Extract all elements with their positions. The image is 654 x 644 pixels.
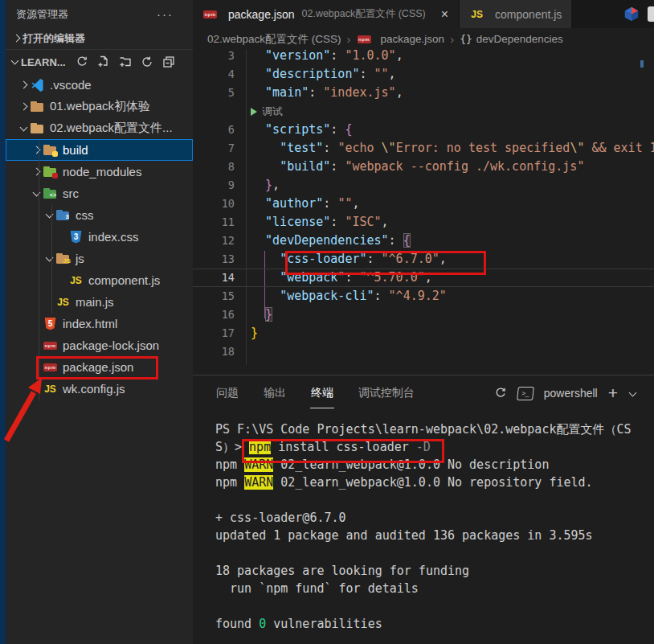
- code-line-10[interactable]: 10 "author": "",: [193, 195, 654, 213]
- breadcrumb-item-devdependencies[interactable]: {}devDependencies: [460, 33, 563, 45]
- line-number[interactable]: 11: [193, 213, 235, 232]
- editor-action-cube-icon[interactable]: [623, 6, 640, 23]
- line-content: "author": "",: [235, 195, 359, 213]
- line-number[interactable]: 17: [193, 324, 235, 343]
- line-content: "webpack-cli": "^4.9.2": [235, 287, 447, 306]
- terminal[interactable]: PS F:\VS Code Projects\learn-webpack\02.…: [193, 411, 654, 633]
- tree-item-index-css[interactable]: 3index.css: [6, 226, 193, 248]
- code-line-9[interactable]: 9 },: [193, 176, 654, 195]
- tree-item-02-webpack[interactable]: 02.webpack配置文件...: [6, 117, 193, 139]
- tree-item-node-modules[interactable]: node_modules: [6, 161, 193, 183]
- folder-icon: [30, 100, 45, 113]
- panel-tab-item[interactable]: 问题: [215, 383, 239, 404]
- line-number[interactable]: 9: [193, 176, 235, 195]
- code-line-6[interactable]: 6 "scripts": {: [193, 121, 654, 139]
- line-number[interactable]: 16: [193, 306, 235, 324]
- chevron-down-icon[interactable]: [628, 388, 638, 398]
- collapse-all-icon[interactable]: [162, 55, 175, 68]
- tree-item-main-js[interactable]: JSmain.js: [6, 291, 193, 313]
- tree-item-label: wk.config.js: [63, 382, 125, 396]
- line-number[interactable]: 14: [193, 269, 235, 287]
- line-number[interactable]: 13: [193, 250, 235, 269]
- tree-item-index-html[interactable]: 5index.html: [6, 313, 193, 334]
- breadcrumb-item-02-webpack-css[interactable]: 02.webpack配置文件 (CSS): [207, 32, 341, 47]
- close-icon[interactable]: ×: [441, 7, 448, 22]
- tree-item-build[interactable]: build: [6, 139, 193, 161]
- tree-item-wk-config-js[interactable]: JSwk.config.js: [6, 378, 193, 400]
- tree-item-css[interactable]: 3css: [6, 204, 193, 226]
- code-line-4[interactable]: 4 "description": "",: [193, 65, 654, 84]
- tree-item-package-lock-json[interactable]: npmpackage-lock.json: [6, 334, 193, 356]
- line-number[interactable]: 8: [193, 158, 235, 176]
- code-line-15[interactable]: 15 "webpack-cli": "^4.9.2": [193, 287, 654, 306]
- refresh-terminal-icon[interactable]: [494, 387, 507, 400]
- code-line-3[interactable]: 3 "version": "1.0.0",: [193, 50, 654, 65]
- workspace-section-header[interactable]: LEARN...: [6, 49, 193, 74]
- line-content: }: [235, 324, 258, 343]
- new-terminal-icon[interactable]: +: [608, 387, 618, 400]
- line-number[interactable]: 4: [193, 65, 235, 84]
- panel-tab-item[interactable]: 调试控制台: [358, 383, 415, 404]
- code-line-8[interactable]: 8 "build": "webpack --config ./wk.config…: [193, 158, 654, 176]
- tab-package-json[interactable]: npmpackage.json02.webpack配置文件 (CSS)×: [193, 0, 458, 28]
- css3-file-icon: 3: [71, 231, 82, 244]
- breadcrumb-item-package-json[interactable]: npmpackage.json: [357, 32, 445, 46]
- tree-item-vscode[interactable]: .vscode: [6, 74, 193, 96]
- npm-badge: [52, 173, 58, 178]
- line-number[interactable]: 7: [193, 139, 235, 158]
- indent-spacer: [55, 274, 68, 287]
- line-number[interactable]: 12: [193, 232, 235, 250]
- tree-item-01-webpack[interactable]: 01.webpack初体验: [6, 96, 193, 117]
- line-number[interactable]: 5: [193, 84, 235, 102]
- terminal-line: PS F:\VS Code Projects\learn-webpack\02.…: [215, 420, 654, 438]
- code-line-14[interactable]: 14 "webpack": "^5.70.0",: [193, 269, 654, 287]
- indent-spacer: [30, 383, 43, 396]
- line-number[interactable]: 10: [193, 195, 235, 213]
- line-number[interactable]: 15: [193, 287, 235, 306]
- terminal-line: + css-loader@6.7.0: [215, 509, 654, 527]
- breadcrumb-label: devDependencies: [476, 33, 563, 45]
- tab-component-js[interactable]: JScomponent.js: [460, 0, 571, 28]
- code-editor[interactable]: 3 "version": "1.0.0",4 "description": ""…: [193, 50, 654, 375]
- folder-css-icon: 3: [55, 208, 71, 222]
- css-badge: 3: [66, 214, 69, 220]
- js-icon: JS: [43, 382, 58, 396]
- play-icon: [251, 108, 257, 116]
- open-editors-section[interactable]: 打开的编辑器: [6, 28, 193, 49]
- folder-build-icon: [43, 143, 58, 157]
- tree-item-js[interactable]: JSjs: [6, 248, 193, 269]
- tree-item-component-js[interactable]: JScomponent.js: [6, 269, 193, 291]
- code-line-11[interactable]: 11 "license": "ISC",: [193, 213, 654, 232]
- new-folder-icon[interactable]: [119, 55, 132, 68]
- npm-file-icon: npm: [43, 342, 57, 350]
- html5-file-icon: 5: [45, 318, 56, 330]
- line-number[interactable]: 3: [193, 50, 235, 65]
- chevron-right-icon: [10, 32, 22, 45]
- code-line-16[interactable]: 16 }: [193, 306, 654, 324]
- workspace-label: LEARN...: [21, 56, 66, 68]
- editor-action-partial-icon[interactable]: [648, 6, 654, 22]
- refresh-icon[interactable]: [141, 55, 153, 68]
- code-line-17[interactable]: 17}: [193, 324, 654, 343]
- code-line-5[interactable]: 5 "main": "index.js",: [193, 84, 654, 102]
- sync-icon[interactable]: [76, 55, 88, 68]
- terminal-line: [215, 544, 654, 562]
- code-line-7[interactable]: 7 "test": "echo \"Error: no test specifi…: [193, 139, 654, 158]
- codelens-debug[interactable]: 调试: [193, 102, 654, 121]
- tree-item-package-json[interactable]: npmpackage.json: [6, 356, 193, 378]
- tab-title: package.json: [228, 8, 295, 21]
- new-file-icon[interactable]: [97, 55, 110, 68]
- code-line-18[interactable]: 18: [193, 343, 654, 361]
- line-number[interactable]: 6: [193, 121, 235, 139]
- more-actions-icon[interactable]: ···: [157, 10, 174, 18]
- code-line-12[interactable]: 12 "devDependencies": {: [193, 232, 654, 250]
- code-line-13[interactable]: 13 "css-loader": "^6.7.0",: [193, 250, 654, 269]
- chevron-right-icon: [30, 166, 43, 178]
- line-content: "description": "",: [235, 65, 396, 84]
- line-number[interactable]: 18: [193, 343, 235, 361]
- panel-tab-item[interactable]: 终端: [310, 383, 334, 404]
- tree-item-src[interactable]: <>src: [6, 183, 193, 204]
- panel-tab-item[interactable]: 输出: [263, 383, 287, 404]
- powershell-icon[interactable]: >_: [517, 387, 534, 400]
- tree-item-label: package.json: [63, 360, 133, 374]
